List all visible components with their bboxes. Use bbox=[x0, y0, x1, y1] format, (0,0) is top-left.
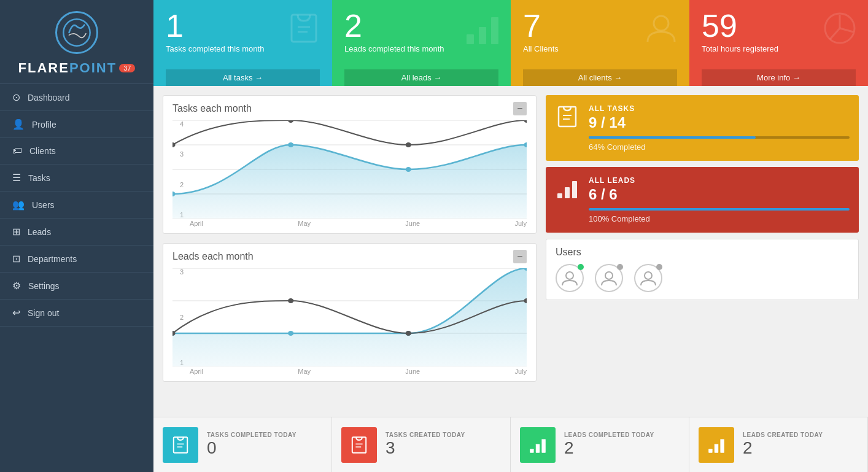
sidebar-item-settings[interactable]: ⚙ Settings bbox=[0, 273, 153, 300]
bc-value-1: 3 bbox=[386, 438, 465, 458]
user-item-2 bbox=[595, 264, 623, 292]
sidebar-item-dashboard[interactable]: ⊙ Dashboard bbox=[0, 84, 153, 111]
sidebar-label-settings: Settings bbox=[28, 281, 60, 291]
left-column: Tasks each month − 4 3 2 1 bbox=[163, 95, 537, 408]
logo-flare: FLARE bbox=[18, 60, 69, 75]
bottom-card-text-3: LEADS CREATED TODAY 2 bbox=[743, 431, 823, 458]
sidebar-label-signout: Sign out bbox=[28, 308, 59, 318]
logo-icon bbox=[61, 17, 92, 48]
users-list bbox=[556, 264, 849, 292]
svg-point-21 bbox=[524, 120, 527, 123]
svg-rect-51 bbox=[541, 439, 545, 452]
leads-progress-bg bbox=[589, 208, 850, 211]
leads-x-labels: April May June July bbox=[172, 366, 527, 375]
leads-chart-svg bbox=[172, 268, 527, 366]
sidebar: FLAREPOINT 37 ⊙ Dashboard👤 Profile🏷 Clie… bbox=[0, 0, 153, 472]
leads-panel-content: ALL LEADS 6 / 6 100% Completed bbox=[589, 176, 850, 223]
tasks-progress-fill bbox=[589, 136, 756, 139]
bottom-card-text-0: TASKS COMPLETED TODAY 0 bbox=[207, 431, 296, 458]
bottom-card-text-2: LEADS COMPLETED TODAY 2 bbox=[564, 431, 654, 458]
leads-chart-area bbox=[172, 268, 527, 366]
all-tasks-value: 9 / 14 bbox=[589, 114, 850, 131]
all-leads-panel: ALL LEADS 6 / 6 100% Completed bbox=[546, 167, 859, 233]
leads-chart-card: Leads each month − 3 2 1 bbox=[163, 243, 537, 382]
dashboard-icon: ⊙ bbox=[12, 91, 20, 103]
tasks-chart-minimize[interactable]: − bbox=[513, 102, 527, 115]
top-card-footer-2[interactable]: All clients → bbox=[523, 69, 677, 86]
bottom-card-icon-3 bbox=[699, 427, 734, 463]
top-card-footer-0[interactable]: All tasks → bbox=[166, 69, 320, 86]
sidebar-label-users: Users bbox=[32, 200, 55, 210]
bottom-card-text-1: TASKS CREATED TODAY 3 bbox=[386, 431, 465, 458]
leads-icon: ⊞ bbox=[12, 226, 20, 238]
bc-title-2: LEADS COMPLETED TODAY bbox=[564, 431, 654, 438]
bottom-cards-row: TASKS COMPLETED TODAY 0 TASKS CREATED TO… bbox=[153, 417, 868, 472]
bc-value-2: 2 bbox=[564, 438, 654, 458]
bottom-card-icon-2 bbox=[520, 427, 556, 463]
tasks-progress-bg bbox=[589, 136, 850, 139]
main-content: 1 Tasks completed this month All tasks →… bbox=[153, 0, 868, 472]
leads-chart-header: Leads each month − bbox=[172, 250, 527, 263]
svg-rect-49 bbox=[530, 449, 533, 452]
leads-chart-minimize[interactable]: − bbox=[513, 250, 527, 263]
svg-rect-4 bbox=[467, 34, 474, 44]
svg-point-15 bbox=[288, 142, 293, 147]
version-badge: 37 bbox=[119, 64, 135, 72]
bottom-card-0: TASKS COMPLETED TODAY 0 bbox=[153, 417, 332, 472]
user-avatar-2 bbox=[595, 264, 623, 292]
users-panel-title: Users bbox=[556, 247, 849, 258]
sidebar-label-departments: Departments bbox=[28, 254, 77, 264]
users-icon: 👥 bbox=[12, 199, 25, 211]
settings-icon: ⚙ bbox=[12, 280, 21, 292]
svg-point-0 bbox=[63, 19, 90, 45]
all-leads-title: ALL LEADS bbox=[589, 176, 850, 185]
sidebar-item-tasks[interactable]: ☰ Tasks bbox=[0, 164, 153, 192]
sidebar-item-profile[interactable]: 👤 Profile bbox=[0, 111, 153, 138]
user-dot-1 bbox=[578, 264, 584, 270]
user-item-1 bbox=[556, 264, 584, 292]
top-card-icon-2 bbox=[643, 10, 680, 54]
all-tasks-title: ALL TASKS bbox=[589, 104, 850, 113]
top-card-icon-1 bbox=[464, 10, 501, 54]
user-avatar-1 bbox=[556, 264, 584, 292]
bc-title-3: LEADS CREATED TODAY bbox=[743, 431, 823, 438]
all-leads-value: 6 / 6 bbox=[589, 186, 850, 203]
top-card-footer-3[interactable]: More info → bbox=[702, 69, 856, 86]
sidebar-item-clients[interactable]: 🏷 Clients bbox=[0, 138, 153, 164]
svg-rect-5 bbox=[479, 27, 486, 44]
logo-point: POINT bbox=[69, 60, 117, 75]
sidebar-item-signout[interactable]: ↩ Sign out bbox=[0, 300, 153, 327]
svg-point-40 bbox=[566, 272, 573, 279]
bottom-card-icon-0 bbox=[163, 427, 198, 463]
sidebar-item-leads[interactable]: ⊞ Leads bbox=[0, 219, 153, 246]
top-card-red: 59 Total hours registered More info → bbox=[689, 0, 868, 86]
user-item-3 bbox=[634, 264, 662, 292]
leads-chart-title: Leads each month bbox=[172, 251, 254, 262]
bottom-card-icon-1 bbox=[341, 427, 377, 463]
nav-menu: ⊙ Dashboard👤 Profile🏷 Clients☰ Tasks👥 Us… bbox=[0, 84, 153, 327]
top-card-blue: 1 Tasks completed this month All tasks → bbox=[153, 0, 332, 86]
all-tasks-panel: ALL TASKS 9 / 14 64% Completed bbox=[546, 95, 859, 161]
user-dot-3 bbox=[656, 264, 662, 270]
top-cards-row: 1 Tasks completed this month All tasks →… bbox=[153, 0, 868, 86]
bc-title-0: TASKS COMPLETED TODAY bbox=[207, 431, 296, 438]
bottom-card-3: LEADS CREATED TODAY 2 bbox=[689, 417, 868, 472]
user-avatar-3 bbox=[634, 264, 662, 292]
profile-icon: 👤 bbox=[12, 118, 25, 130]
bottom-card-1: TASKS CREATED TODAY 3 bbox=[332, 417, 511, 472]
users-panel: Users bbox=[546, 239, 859, 300]
sidebar-label-clients: Clients bbox=[29, 146, 56, 156]
sidebar-item-departments[interactable]: ⊡ Departments bbox=[0, 246, 153, 273]
top-card-footer-1[interactable]: All leads → bbox=[344, 69, 498, 86]
logo-area: FLAREPOINT 37 bbox=[0, 0, 153, 84]
svg-rect-1 bbox=[292, 15, 316, 42]
bottom-card-2: LEADS COMPLETED TODAY 2 bbox=[511, 417, 689, 472]
svg-rect-52 bbox=[708, 449, 712, 452]
sidebar-item-users[interactable]: 👥 Users bbox=[0, 192, 153, 219]
svg-point-41 bbox=[605, 272, 613, 279]
tasks-chart-area bbox=[172, 120, 527, 219]
tasks-chart-header: Tasks each month − bbox=[172, 102, 527, 115]
leads-progress-fill bbox=[589, 208, 850, 211]
leads-completed-pct: 100% Completed bbox=[589, 214, 850, 223]
bc-value-0: 0 bbox=[207, 438, 296, 458]
